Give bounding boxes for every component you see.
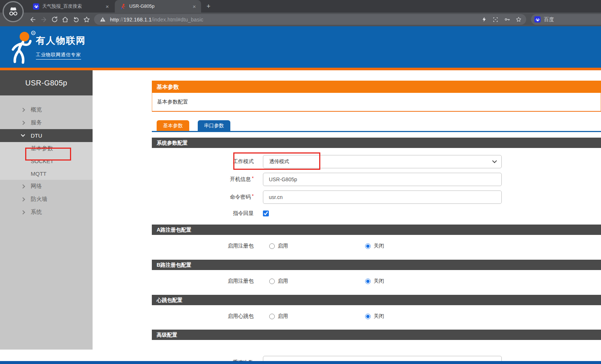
header-orange-strip <box>0 68 601 70</box>
tab-title: 天气预报_百度搜索 <box>42 3 101 10</box>
heartbeat-enable-row: 启用心跳包 启用 关闭 <box>152 312 601 321</box>
incognito-avatar[interactable] <box>3 1 24 22</box>
radio-on-label: 启用 <box>278 243 288 249</box>
dtu-submenu: 基本参数 SOCKET MQTT <box>0 142 93 180</box>
chevron-right-icon <box>21 197 25 201</box>
section-reg-a: A路注册包配置 <box>152 225 601 235</box>
heartbeat-enable-label: 启用心跳包 <box>152 313 263 320</box>
chevron-right-icon <box>21 184 25 188</box>
section-advanced: 高级配置 <box>152 330 601 340</box>
baidu-search-chip[interactable]: 百度 <box>531 14 601 25</box>
address-bar[interactable]: http://192.168.1.1/index.html#dtu_basic <box>94 14 526 25</box>
brand-tagline: 工业物联网通信专家 <box>36 52 81 60</box>
section-heartbeat: 心跳包配置 <box>152 295 601 305</box>
reg-b-disable-radio[interactable] <box>365 279 371 284</box>
not-secure-warning-icon[interactable] <box>99 16 107 24</box>
reg-b-enable-radio[interactable] <box>269 279 275 284</box>
chevron-right-icon <box>21 210 25 214</box>
sidebar-item-overview[interactable]: 概览 <box>0 103 93 116</box>
sidebar-item-label: 概览 <box>31 106 42 113</box>
sidebar-item-dtu[interactable]: DTU <box>0 129 93 142</box>
site-header: R 有人物联网 工业物联网通信专家 <box>0 26 601 68</box>
heartbeat-enable-radio[interactable] <box>269 314 275 319</box>
baidu-favicon-icon <box>33 3 39 10</box>
reg-a-enable-radio[interactable] <box>269 243 275 249</box>
sidebar: USR-G805p 概览 服务 DTU 基本参数 SOCKET MQTT <box>0 70 93 350</box>
screenshot-frame-icon[interactable] <box>491 16 500 24</box>
password-key-icon[interactable] <box>503 16 511 24</box>
page-subtitle: 基本参数配置 <box>152 93 601 112</box>
sidebar-subitem-label: 基本参数 <box>31 145 53 152</box>
reg-a-off-option: 关闭 <box>365 243 384 249</box>
sidebar-subitem-label: SOCKET <box>31 158 54 164</box>
radio-off-label: 关闭 <box>374 243 384 249</box>
sidebar-menu: 概览 服务 DTU 基本参数 SOCKET MQTT 网络 防火 <box>0 95 93 219</box>
heartbeat-disable-radio[interactable] <box>365 314 371 319</box>
lightning-icon[interactable] <box>480 16 488 24</box>
browser-toolbar: http://192.168.1.1/index.html#dtu_basic … <box>0 13 601 26</box>
boot-info-row: 开机信息* <box>152 173 601 186</box>
tab-usr-g805p[interactable]: USR-G805p × <box>115 0 201 13</box>
sidebar-item-firewall[interactable]: 防火墙 <box>0 193 93 206</box>
tab-weather-baidu[interactable]: 天气预报_百度搜索 × <box>28 0 114 13</box>
work-mode-value: 透传模式 <box>269 158 289 165</box>
home-button[interactable] <box>60 15 70 24</box>
sidebar-subitem-label: MQTT <box>31 171 47 177</box>
reload-button[interactable] <box>50 15 59 24</box>
url-separator: :// <box>119 17 123 23</box>
heartbeat-off-option: 关闭 <box>365 313 384 320</box>
heartbeat-radio-group: 启用 关闭 <box>263 313 502 320</box>
boot-info-input[interactable] <box>263 173 502 186</box>
baidu-chip-icon <box>534 16 541 23</box>
tab-close-icon[interactable]: × <box>191 3 197 10</box>
bookmark-star-button[interactable] <box>82 15 91 24</box>
main-content: 基本参数 基本参数配置 基本参数 串口参数 系统参数配置 工作模式 透传模式 开… <box>93 70 601 364</box>
tab-close-icon[interactable]: × <box>104 3 110 10</box>
svg-text:R: R <box>32 32 34 34</box>
device-title: USR-G805p <box>0 70 93 95</box>
brand-name: 有人物联网 <box>36 34 86 47</box>
undo-arrow-icon[interactable] <box>71 15 81 24</box>
forward-button[interactable] <box>39 15 49 24</box>
reg-b-off-option: 关闭 <box>365 278 384 284</box>
sidebar-item-network[interactable]: 网络 <box>0 180 93 193</box>
radio-off-label: 关闭 <box>374 278 384 284</box>
echo-checkbox[interactable] <box>263 210 269 216</box>
usr-favicon-icon <box>120 3 126 10</box>
sidebar-subitem-socket[interactable]: SOCKET <box>0 155 93 167</box>
chevron-right-icon <box>21 121 25 125</box>
chevron-down-icon <box>21 132 25 136</box>
browser-tab-strip: 天气预报_百度搜索 × USR-G805p × + <box>0 0 601 13</box>
reg-a-disable-radio[interactable] <box>365 243 371 249</box>
tab-basic-params[interactable]: 基本参数 <box>157 120 189 131</box>
bookmark-star-icon[interactable] <box>514 16 522 24</box>
work-mode-label: 工作模式 <box>152 158 263 165</box>
sidebar-item-label: 网络 <box>31 183 42 190</box>
sidebar-item-services[interactable]: 服务 <box>0 116 93 129</box>
url-host: 192.168.1.1 <box>123 17 151 23</box>
radio-on-label: 启用 <box>278 313 288 320</box>
sidebar-subitem-basic-params[interactable]: 基本参数 <box>0 142 93 155</box>
required-asterisk: * <box>252 175 254 181</box>
reg-b-enable-row: 启用注册包 启用 关闭 <box>152 277 601 286</box>
tab-serial-params[interactable]: 串口参数 <box>198 120 230 131</box>
cmd-password-label: 命令密码* <box>152 194 263 200</box>
page-title: 基本参数 <box>152 81 601 93</box>
select-chevron-down-icon <box>492 158 497 163</box>
cmd-password-input[interactable] <box>263 191 502 204</box>
echo-label: 指令回显 <box>152 210 263 217</box>
bottom-blue-bar <box>0 361 601 364</box>
sidebar-subitem-mqtt[interactable]: MQTT <box>0 167 93 180</box>
reg-a-radio-group: 启用 关闭 <box>263 243 502 249</box>
reg-a-enable-row: 启用注册包 启用 关闭 <box>152 242 601 250</box>
new-tab-button[interactable]: + <box>204 3 213 10</box>
baidu-chip-label: 百度 <box>544 16 554 23</box>
back-button[interactable] <box>28 15 38 24</box>
url-scheme: http <box>110 17 119 23</box>
work-mode-select[interactable]: 透传模式 <box>263 155 502 168</box>
sidebar-item-system[interactable]: 系统 <box>0 206 93 219</box>
sidebar-item-label: DTU <box>31 132 42 139</box>
work-mode-row: 工作模式 透传模式 <box>152 155 601 168</box>
url-text[interactable]: http://192.168.1.1/index.html#dtu_basic <box>110 17 477 23</box>
url-path: /index.html#dtu_basic <box>152 17 204 23</box>
